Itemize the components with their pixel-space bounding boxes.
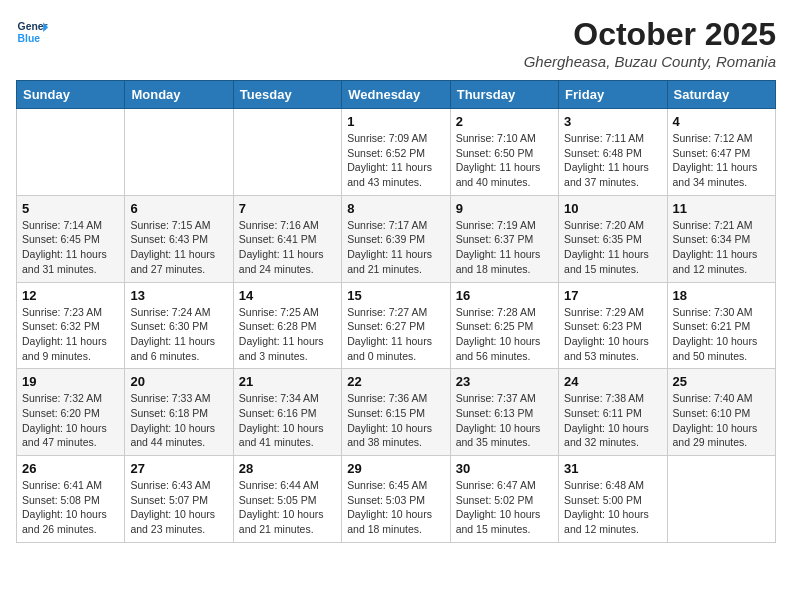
day-info-line: Sunrise: 7:30 AM xyxy=(673,306,753,318)
day-info-line: Sunrise: 7:09 AM xyxy=(347,132,427,144)
calendar-cell: 9Sunrise: 7:19 AMSunset: 6:37 PMDaylight… xyxy=(450,195,558,282)
day-info-line: Daylight: 10 hours xyxy=(347,508,432,520)
day-info-line: Sunrise: 7:33 AM xyxy=(130,392,210,404)
day-info-line: Sunrise: 7:10 AM xyxy=(456,132,536,144)
day-info-line: Daylight: 11 hours xyxy=(347,248,432,260)
day-info-line: and 15 minutes. xyxy=(564,263,639,275)
day-number: 9 xyxy=(456,201,553,216)
day-info-line: Sunrise: 7:19 AM xyxy=(456,219,536,231)
day-info-line: Sunset: 6:20 PM xyxy=(22,407,100,419)
weekday-header-tuesday: Tuesday xyxy=(233,81,341,109)
day-info-line: Sunrise: 7:36 AM xyxy=(347,392,427,404)
calendar-cell: 4Sunrise: 7:12 AMSunset: 6:47 PMDaylight… xyxy=(667,109,775,196)
calendar-cell xyxy=(125,109,233,196)
day-info-line: Sunset: 5:07 PM xyxy=(130,494,208,506)
day-info-line: and 26 minutes. xyxy=(22,523,97,535)
day-number: 12 xyxy=(22,288,119,303)
day-number: 19 xyxy=(22,374,119,389)
day-number: 26 xyxy=(22,461,119,476)
day-info-line: Sunrise: 7:15 AM xyxy=(130,219,210,231)
day-number: 17 xyxy=(564,288,661,303)
day-info-line: Daylight: 11 hours xyxy=(22,248,107,260)
day-info-line: and 37 minutes. xyxy=(564,176,639,188)
day-info-line: Sunset: 6:43 PM xyxy=(130,233,208,245)
day-info-line: and 27 minutes. xyxy=(130,263,205,275)
day-info-line: and 53 minutes. xyxy=(564,350,639,362)
day-info-line: and 47 minutes. xyxy=(22,436,97,448)
day-number: 4 xyxy=(673,114,770,129)
day-info: Sunrise: 7:11 AMSunset: 6:48 PMDaylight:… xyxy=(564,131,661,190)
day-info-line: Sunrise: 6:44 AM xyxy=(239,479,319,491)
day-info-line: and 12 minutes. xyxy=(564,523,639,535)
day-info-line: Daylight: 11 hours xyxy=(673,248,758,260)
calendar-cell: 28Sunrise: 6:44 AMSunset: 5:05 PMDayligh… xyxy=(233,456,341,543)
calendar-cell xyxy=(667,456,775,543)
day-info-line: Sunset: 6:32 PM xyxy=(22,320,100,332)
day-info: Sunrise: 6:47 AMSunset: 5:02 PMDaylight:… xyxy=(456,478,553,537)
day-info-line: Daylight: 10 hours xyxy=(456,422,541,434)
logo-icon: General Blue xyxy=(16,16,48,48)
day-info-line: Daylight: 11 hours xyxy=(130,335,215,347)
day-info-line: and 21 minutes. xyxy=(347,263,422,275)
day-info-line: and 0 minutes. xyxy=(347,350,416,362)
day-info: Sunrise: 7:10 AMSunset: 6:50 PMDaylight:… xyxy=(456,131,553,190)
day-info: Sunrise: 7:14 AMSunset: 6:45 PMDaylight:… xyxy=(22,218,119,277)
day-info-line: and 18 minutes. xyxy=(456,263,531,275)
calendar-week-4: 19Sunrise: 7:32 AMSunset: 6:20 PMDayligh… xyxy=(17,369,776,456)
day-info-line: Daylight: 10 hours xyxy=(673,422,758,434)
calendar-cell: 27Sunrise: 6:43 AMSunset: 5:07 PMDayligh… xyxy=(125,456,233,543)
day-info-line: Sunset: 6:39 PM xyxy=(347,233,425,245)
calendar-cell: 23Sunrise: 7:37 AMSunset: 6:13 PMDayligh… xyxy=(450,369,558,456)
day-info-line: Daylight: 10 hours xyxy=(564,335,649,347)
day-info: Sunrise: 7:16 AMSunset: 6:41 PMDaylight:… xyxy=(239,218,336,277)
day-info-line: and 44 minutes. xyxy=(130,436,205,448)
calendar-week-5: 26Sunrise: 6:41 AMSunset: 5:08 PMDayligh… xyxy=(17,456,776,543)
weekday-header-thursday: Thursday xyxy=(450,81,558,109)
day-info-line: and 32 minutes. xyxy=(564,436,639,448)
day-info-line: Sunset: 6:34 PM xyxy=(673,233,751,245)
day-info-line: Sunset: 6:15 PM xyxy=(347,407,425,419)
day-info-line: Sunset: 6:30 PM xyxy=(130,320,208,332)
day-info-line: Daylight: 10 hours xyxy=(347,422,432,434)
calendar-cell: 17Sunrise: 7:29 AMSunset: 6:23 PMDayligh… xyxy=(559,282,667,369)
day-number: 11 xyxy=(673,201,770,216)
day-info-line: Sunrise: 7:28 AM xyxy=(456,306,536,318)
day-info-line: Sunset: 6:50 PM xyxy=(456,147,534,159)
day-info: Sunrise: 7:25 AMSunset: 6:28 PMDaylight:… xyxy=(239,305,336,364)
day-info-line: and 23 minutes. xyxy=(130,523,205,535)
day-info-line: Daylight: 10 hours xyxy=(22,508,107,520)
day-number: 5 xyxy=(22,201,119,216)
calendar-week-3: 12Sunrise: 7:23 AMSunset: 6:32 PMDayligh… xyxy=(17,282,776,369)
day-info-line: Daylight: 11 hours xyxy=(673,161,758,173)
day-info: Sunrise: 7:15 AMSunset: 6:43 PMDaylight:… xyxy=(130,218,227,277)
calendar-cell: 3Sunrise: 7:11 AMSunset: 6:48 PMDaylight… xyxy=(559,109,667,196)
day-info-line: Sunrise: 7:25 AM xyxy=(239,306,319,318)
day-number: 10 xyxy=(564,201,661,216)
day-info-line: Sunset: 6:21 PM xyxy=(673,320,751,332)
page-header: General Blue October 2025 Ghergheasa, Bu… xyxy=(16,16,776,70)
calendar-cell: 20Sunrise: 7:33 AMSunset: 6:18 PMDayligh… xyxy=(125,369,233,456)
day-info: Sunrise: 7:34 AMSunset: 6:16 PMDaylight:… xyxy=(239,391,336,450)
day-info-line: and 15 minutes. xyxy=(456,523,531,535)
day-info: Sunrise: 7:29 AMSunset: 6:23 PMDaylight:… xyxy=(564,305,661,364)
day-number: 16 xyxy=(456,288,553,303)
day-info-line: Sunrise: 7:17 AM xyxy=(347,219,427,231)
calendar-cell: 1Sunrise: 7:09 AMSunset: 6:52 PMDaylight… xyxy=(342,109,450,196)
day-info-line: Daylight: 11 hours xyxy=(456,161,541,173)
calendar-cell: 10Sunrise: 7:20 AMSunset: 6:35 PMDayligh… xyxy=(559,195,667,282)
day-info-line: Sunrise: 6:41 AM xyxy=(22,479,102,491)
day-info-line: Daylight: 10 hours xyxy=(564,508,649,520)
calendar-cell: 13Sunrise: 7:24 AMSunset: 6:30 PMDayligh… xyxy=(125,282,233,369)
day-info-line: Sunrise: 7:23 AM xyxy=(22,306,102,318)
day-number: 14 xyxy=(239,288,336,303)
day-info-line: Daylight: 10 hours xyxy=(456,508,541,520)
day-info-line: Sunset: 6:28 PM xyxy=(239,320,317,332)
day-info-line: Daylight: 11 hours xyxy=(456,248,541,260)
day-info-line: Daylight: 11 hours xyxy=(347,161,432,173)
calendar-cell: 24Sunrise: 7:38 AMSunset: 6:11 PMDayligh… xyxy=(559,369,667,456)
day-info-line: Sunrise: 7:11 AM xyxy=(564,132,644,144)
day-info-line: and 38 minutes. xyxy=(347,436,422,448)
day-info-line: Sunrise: 7:34 AM xyxy=(239,392,319,404)
location: Ghergheasa, Buzau County, Romania xyxy=(524,53,776,70)
calendar-cell xyxy=(17,109,125,196)
